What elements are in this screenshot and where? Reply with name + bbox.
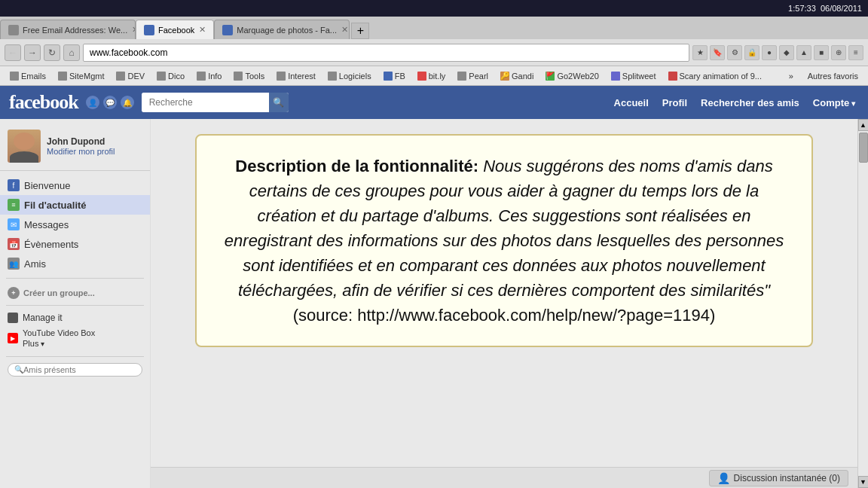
avatar-body: [10, 151, 38, 163]
description-box: Description de la fontionnalité: Nous su…: [195, 134, 813, 347]
bookmark-splitweet[interactable]: Splitweet: [606, 70, 662, 82]
facebook-search-input[interactable]: [142, 93, 270, 112]
scroll-down-button[interactable]: ▼: [858, 476, 869, 488]
facebook-sidebar: John Dupond Modifier mon profil f Bienve…: [0, 119, 151, 488]
bookmark-tools[interactable]: Tools: [228, 70, 270, 82]
addon-icon1[interactable]: 🔒: [744, 45, 760, 60]
bookmark-go2web20[interactable]: 🚩 Go2Web20: [540, 70, 604, 82]
tab-email[interactable]: Free Email Addresses: We... ✕: [0, 20, 136, 39]
profile-info: John Dupond Modifier mon profil: [47, 136, 142, 156]
split-bm-icon: [611, 72, 620, 81]
bookmark-info[interactable]: Info: [191, 70, 227, 82]
sidebar-item-messages[interactable]: ✉ Messages: [0, 215, 150, 234]
home-button[interactable]: ⌂: [63, 44, 80, 61]
bookmark-autres[interactable]: Autres favoris: [802, 70, 863, 82]
bookmark-emails[interactable]: Emails: [5, 70, 51, 82]
avatar-face: [8, 130, 41, 163]
star-icon[interactable]: ★: [692, 45, 708, 60]
info-bm-icon: [197, 72, 206, 81]
bookmark-pearl[interactable]: Pearl: [452, 70, 494, 82]
amis-icon: 👥: [8, 258, 20, 270]
facebook-logo: facebook: [9, 91, 78, 114]
facebook-search-button[interactable]: 🔍: [269, 93, 289, 112]
create-group-section[interactable]: + Créer un groupe...: [0, 283, 150, 300]
fil-actualite-label: Fil d'actualité: [24, 200, 87, 211]
url-bar[interactable]: [83, 44, 689, 62]
youtube-label: YouTube Video BoxPlus ▾: [23, 328, 95, 349]
scrollbar[interactable]: ▲ ▼: [857, 119, 868, 488]
sidebar-app-manage-it[interactable]: Manage it: [0, 310, 150, 325]
addon-icon6[interactable]: ⊕: [831, 45, 846, 60]
bookmark-dev[interactable]: DEV: [111, 70, 150, 82]
addon-icon2[interactable]: ●: [762, 45, 777, 60]
addon-icon4[interactable]: ▲: [796, 45, 811, 60]
bienvenue-icon: f: [8, 179, 20, 191]
bookmark-sitemgmt[interactable]: SiteMgmt: [53, 70, 109, 82]
nav-rechercher-amis[interactable]: Rechercher des amis: [697, 96, 803, 110]
tab-facebook[interactable]: Facebook ✕: [136, 20, 214, 39]
tab-facebook-close[interactable]: ✕: [199, 25, 206, 35]
facebook-header-icons: 👤 💬 🔔: [86, 96, 134, 109]
sitemgmt-bm-icon: [58, 72, 67, 81]
new-tab-button[interactable]: +: [351, 23, 369, 39]
tab-marquage-label: Marquage de photos - Fa...: [237, 26, 337, 35]
dev-bm-icon: [116, 72, 125, 81]
back-button[interactable]: ←: [5, 44, 21, 61]
bookmark-fb[interactable]: FB: [378, 70, 411, 82]
bookmark-icon[interactable]: 🔖: [710, 45, 725, 60]
tab-marquage[interactable]: Marquage de photos - Fa... ✕: [214, 20, 350, 39]
profile-edit-link[interactable]: Modifier mon profil: [47, 147, 142, 156]
tab-email-label: Free Email Addresses: We...: [23, 26, 127, 35]
friends-search-input[interactable]: [23, 365, 136, 374]
scroll-thumb[interactable]: [859, 133, 868, 163]
tab-marquage-close[interactable]: ✕: [341, 25, 348, 35]
bookmark-scary[interactable]: Scary animation of 9...: [663, 70, 767, 82]
create-group-label: Créer un groupe...: [23, 288, 95, 297]
bookmark-gandi[interactable]: 🔑 Gandi: [495, 70, 539, 82]
friends-search[interactable]: 🔍: [8, 363, 142, 377]
youtube-icon: ▶: [8, 333, 18, 343]
bookmarks-more[interactable]: »: [784, 70, 798, 82]
nav-profil[interactable]: Profil: [659, 96, 691, 110]
address-bar-icons: ★ 🔖 ⚙ 🔒 ● ◆ ▲ ■ ⊕ ≡: [692, 45, 863, 60]
bookmark-interest[interactable]: Interest: [271, 70, 321, 82]
addon-icon7[interactable]: ≡: [848, 45, 863, 60]
settings-icon[interactable]: ⚙: [727, 45, 742, 60]
nav-compte[interactable]: Compte: [809, 96, 859, 110]
manage-it-icon: [8, 313, 18, 323]
fb-search-container: 🔍: [142, 93, 289, 112]
scroll-track[interactable]: [858, 131, 868, 476]
nav-accueil[interactable]: Accueil: [610, 96, 653, 110]
refresh-button[interactable]: ↻: [44, 44, 60, 61]
sidebar-item-amis[interactable]: 👥 Amis: [0, 254, 150, 273]
bookmark-bitly[interactable]: bit.ly: [412, 70, 451, 82]
sidebar-app-youtube[interactable]: ▶ YouTube Video BoxPlus ▾: [0, 325, 150, 352]
manage-it-label: Manage it: [23, 313, 63, 323]
profile-avatar[interactable]: [8, 130, 41, 163]
bookmark-logiciels[interactable]: Logiciels: [322, 70, 377, 82]
bookmark-dico[interactable]: Dico: [151, 70, 190, 82]
scroll-up-button[interactable]: ▲: [858, 119, 869, 131]
chat-icon: 👤: [717, 472, 730, 484]
forward-button[interactable]: →: [24, 44, 41, 61]
address-bar: ← → ↻ ⌂ ★ 🔖 ⚙ 🔒 ● ◆ ▲ ■ ⊕ ≡: [0, 39, 868, 66]
evenements-label: Évènements: [24, 239, 78, 250]
create-group-icon: +: [8, 287, 20, 299]
facebook-nav: Accueil Profil Rechercher des amis Compt…: [610, 96, 859, 110]
go2-bm-icon: 🚩: [546, 72, 555, 81]
sidebar-item-fil-actualite[interactable]: ≡ Fil d'actualité: [0, 195, 150, 215]
addon-icon3[interactable]: ◆: [779, 45, 794, 60]
browser-content: facebook 👤 💬 🔔 🔍 Accueil Profil Recherch…: [0, 86, 868, 488]
tab-bar: Free Email Addresses: We... ✕ Facebook ✕…: [0, 17, 868, 39]
sidebar-item-bienvenue[interactable]: f Bienvenue: [0, 175, 150, 195]
sidebar-divider-2: [6, 305, 144, 306]
fb-notification-icon: 🔔: [121, 96, 134, 109]
marquage-tab-icon: [222, 25, 233, 35]
addon-icon5[interactable]: ■: [814, 45, 829, 60]
facebook-tab-icon: [144, 25, 154, 35]
profile-name: John Dupond: [47, 136, 142, 147]
sidebar-item-evenements[interactable]: 📅 Évènements: [0, 234, 150, 254]
clock: 1:57:33 06/08/2011: [788, 4, 862, 13]
description-text: Nous suggérons des noms d'amis dans cert…: [225, 157, 784, 300]
chat-button[interactable]: 👤 Discussion instantanée (0): [709, 470, 848, 486]
